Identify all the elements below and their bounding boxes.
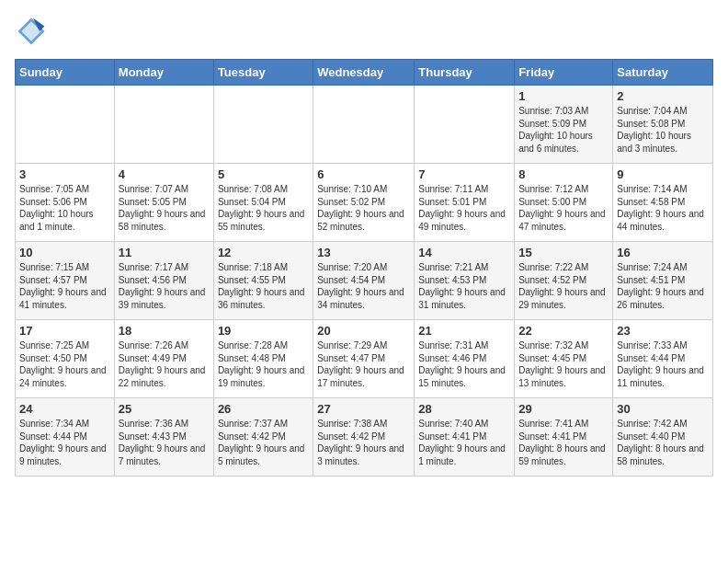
day-number: 29	[518, 402, 609, 416]
day-number: 10	[19, 246, 110, 259]
calendar-cell-3-2: 11Sunrise: 7:17 AM Sunset: 4:56 PM Dayli…	[114, 242, 213, 320]
day-info: Sunrise: 7:40 AM Sunset: 4:41 PM Dayligh…	[418, 418, 510, 467]
day-number: 1	[518, 89, 609, 103]
day-info: Sunrise: 7:11 AM Sunset: 5:01 PM Dayligh…	[418, 183, 510, 233]
calendar-cell-1-1	[16, 86, 115, 164]
calendar-cell-5-5: 28Sunrise: 7:40 AM Sunset: 4:41 PM Dayli…	[415, 398, 515, 477]
calendar-cell-5-2: 25Sunrise: 7:36 AM Sunset: 4:43 PM Dayli…	[114, 398, 213, 477]
day-number: 24	[19, 402, 110, 416]
day-info: Sunrise: 7:24 AM Sunset: 4:51 PM Dayligh…	[617, 261, 709, 311]
day-number: 21	[418, 324, 510, 338]
day-info: Sunrise: 7:42 AM Sunset: 4:40 PM Dayligh…	[617, 418, 709, 467]
calendar-cell-2-7: 9Sunrise: 7:14 AM Sunset: 4:58 PM Daylig…	[613, 164, 713, 242]
calendar-table: SundayMondayTuesdayWednesdayThursdayFrid…	[15, 59, 713, 477]
day-info: Sunrise: 7:07 AM Sunset: 5:05 PM Dayligh…	[119, 183, 210, 233]
calendar-cell-1-5	[415, 86, 515, 164]
calendar-cell-5-3: 26Sunrise: 7:37 AM Sunset: 4:42 PM Dayli…	[213, 398, 313, 477]
calendar-cell-1-6: 1Sunrise: 7:03 AM Sunset: 5:09 PM Daylig…	[515, 86, 613, 164]
day-number: 27	[317, 402, 410, 416]
day-info: Sunrise: 7:38 AM Sunset: 4:42 PM Dayligh…	[317, 418, 410, 467]
day-info: Sunrise: 7:08 AM Sunset: 5:04 PM Dayligh…	[218, 183, 309, 233]
calendar-cell-4-1: 17Sunrise: 7:25 AM Sunset: 4:50 PM Dayli…	[16, 320, 115, 398]
calendar-cell-4-5: 21Sunrise: 7:31 AM Sunset: 4:46 PM Dayli…	[415, 320, 515, 398]
day-info: Sunrise: 7:14 AM Sunset: 4:58 PM Dayligh…	[617, 183, 709, 233]
calendar-cell-1-4	[313, 86, 415, 164]
calendar-cell-1-7: 2Sunrise: 7:04 AM Sunset: 5:08 PM Daylig…	[613, 86, 713, 164]
weekday-header-thursday: Thursday	[415, 60, 515, 86]
day-number: 9	[617, 167, 709, 181]
weekday-header-saturday: Saturday	[613, 60, 713, 86]
day-info: Sunrise: 7:32 AM Sunset: 4:45 PM Dayligh…	[518, 339, 609, 389]
day-number: 11	[119, 246, 210, 259]
day-number: 16	[617, 246, 709, 259]
weekday-header-sunday: Sunday	[16, 60, 115, 86]
calendar-cell-1-2	[114, 86, 213, 164]
calendar-cell-4-2: 18Sunrise: 7:26 AM Sunset: 4:49 PM Dayli…	[114, 320, 213, 398]
day-info: Sunrise: 7:03 AM Sunset: 5:09 PM Dayligh…	[518, 105, 609, 155]
day-info: Sunrise: 7:34 AM Sunset: 4:44 PM Dayligh…	[19, 418, 110, 467]
day-info: Sunrise: 7:17 AM Sunset: 4:56 PM Dayligh…	[119, 261, 210, 311]
calendar-cell-4-3: 19Sunrise: 7:28 AM Sunset: 4:48 PM Dayli…	[213, 320, 313, 398]
calendar-cell-2-1: 3Sunrise: 7:05 AM Sunset: 5:06 PM Daylig…	[16, 164, 115, 242]
calendar-cell-3-7: 16Sunrise: 7:24 AM Sunset: 4:51 PM Dayli…	[613, 242, 713, 320]
day-info: Sunrise: 7:41 AM Sunset: 4:41 PM Dayligh…	[518, 418, 609, 467]
day-info: Sunrise: 7:36 AM Sunset: 4:43 PM Dayligh…	[119, 418, 210, 467]
day-info: Sunrise: 7:33 AM Sunset: 4:44 PM Dayligh…	[617, 339, 709, 389]
calendar-cell-3-1: 10Sunrise: 7:15 AM Sunset: 4:57 PM Dayli…	[16, 242, 115, 320]
calendar-cell-5-1: 24Sunrise: 7:34 AM Sunset: 4:44 PM Dayli…	[16, 398, 115, 477]
day-info: Sunrise: 7:04 AM Sunset: 5:08 PM Dayligh…	[617, 105, 709, 155]
calendar-cell-5-7: 30Sunrise: 7:42 AM Sunset: 4:40 PM Dayli…	[613, 398, 713, 477]
day-info: Sunrise: 7:21 AM Sunset: 4:53 PM Dayligh…	[418, 261, 510, 311]
day-number: 7	[418, 167, 510, 181]
calendar-cell-3-5: 14Sunrise: 7:21 AM Sunset: 4:53 PM Dayli…	[415, 242, 515, 320]
day-number: 6	[317, 167, 410, 181]
calendar-cell-1-3	[213, 86, 313, 164]
calendar-cell-2-6: 8Sunrise: 7:12 AM Sunset: 5:00 PM Daylig…	[515, 164, 613, 242]
calendar-cell-3-4: 13Sunrise: 7:20 AM Sunset: 4:54 PM Dayli…	[313, 242, 415, 320]
day-info: Sunrise: 7:05 AM Sunset: 5:06 PM Dayligh…	[19, 183, 110, 233]
calendar-cell-4-4: 20Sunrise: 7:29 AM Sunset: 4:47 PM Dayli…	[313, 320, 415, 398]
day-info: Sunrise: 7:37 AM Sunset: 4:42 PM Dayligh…	[218, 418, 309, 467]
day-number: 19	[218, 324, 309, 338]
day-info: Sunrise: 7:25 AM Sunset: 4:50 PM Dayligh…	[19, 339, 110, 389]
day-info: Sunrise: 7:28 AM Sunset: 4:48 PM Dayligh…	[218, 339, 309, 389]
day-info: Sunrise: 7:15 AM Sunset: 4:57 PM Dayligh…	[19, 261, 110, 311]
day-info: Sunrise: 7:26 AM Sunset: 4:49 PM Dayligh…	[119, 339, 210, 389]
day-number: 22	[518, 324, 609, 338]
weekday-header-monday: Monday	[114, 60, 213, 86]
day-number: 12	[218, 246, 309, 259]
day-info: Sunrise: 7:31 AM Sunset: 4:46 PM Dayligh…	[418, 339, 510, 389]
calendar-cell-3-3: 12Sunrise: 7:18 AM Sunset: 4:55 PM Dayli…	[213, 242, 313, 320]
logo	[15, 15, 51, 48]
day-number: 25	[119, 402, 210, 416]
weekday-header-friday: Friday	[515, 60, 613, 86]
calendar-cell-5-4: 27Sunrise: 7:38 AM Sunset: 4:42 PM Dayli…	[313, 398, 415, 477]
day-number: 8	[518, 167, 609, 181]
day-number: 13	[317, 246, 410, 259]
day-number: 15	[518, 246, 609, 259]
calendar-cell-3-6: 15Sunrise: 7:22 AM Sunset: 4:52 PM Dayli…	[515, 242, 613, 320]
day-number: 17	[19, 324, 110, 338]
day-info: Sunrise: 7:22 AM Sunset: 4:52 PM Dayligh…	[518, 261, 609, 311]
day-number: 23	[617, 324, 709, 338]
day-info: Sunrise: 7:20 AM Sunset: 4:54 PM Dayligh…	[317, 261, 410, 311]
day-info: Sunrise: 7:12 AM Sunset: 5:00 PM Dayligh…	[518, 183, 609, 233]
calendar-cell-4-7: 23Sunrise: 7:33 AM Sunset: 4:44 PM Dayli…	[613, 320, 713, 398]
day-number: 3	[19, 167, 110, 181]
day-number: 26	[218, 402, 309, 416]
day-number: 20	[317, 324, 410, 338]
calendar-cell-2-2: 4Sunrise: 7:07 AM Sunset: 5:05 PM Daylig…	[114, 164, 213, 242]
page-header	[15, 15, 713, 48]
day-number: 4	[119, 167, 210, 181]
weekday-header-tuesday: Tuesday	[213, 60, 313, 86]
logo-icon	[15, 15, 48, 48]
calendar-cell-2-3: 5Sunrise: 7:08 AM Sunset: 5:04 PM Daylig…	[213, 164, 313, 242]
day-number: 5	[218, 167, 309, 181]
day-number: 30	[617, 402, 709, 416]
calendar-cell-5-6: 29Sunrise: 7:41 AM Sunset: 4:41 PM Dayli…	[515, 398, 613, 477]
day-number: 18	[119, 324, 210, 338]
weekday-header-wednesday: Wednesday	[313, 60, 415, 86]
day-info: Sunrise: 7:10 AM Sunset: 5:02 PM Dayligh…	[317, 183, 410, 233]
calendar-cell-2-4: 6Sunrise: 7:10 AM Sunset: 5:02 PM Daylig…	[313, 164, 415, 242]
day-number: 28	[418, 402, 510, 416]
